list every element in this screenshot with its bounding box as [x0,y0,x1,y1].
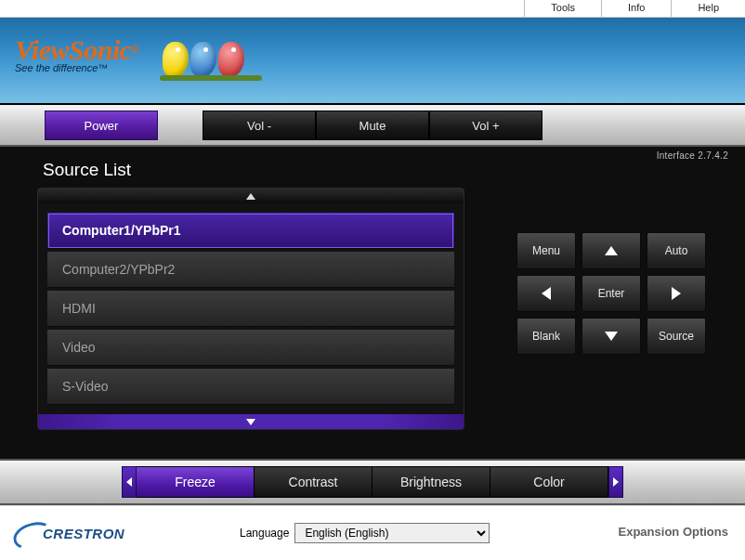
topmenu-help[interactable]: Help [671,0,745,17]
brand-name: ViewSonic [15,34,132,65]
nav-right-button[interactable] [647,275,706,312]
source-item-svideo[interactable]: S-Video [47,369,454,405]
viewsonic-logo: ViewSonic® See the difference™ [15,34,139,73]
branch-decoration [160,75,262,81]
volume-up-button[interactable]: Vol + [429,111,542,140]
top-menubar: Tools Info Help [0,0,745,18]
source-item-hdmi[interactable]: HDMI [47,291,454,327]
source-item-video[interactable]: Video [47,330,454,366]
arrow-up-icon [603,244,620,257]
birds-icon [163,42,244,77]
tab-freeze[interactable]: Freeze [137,466,255,498]
topmenu-info[interactable]: Info [601,0,671,17]
arrow-right-icon [670,285,683,302]
source-list-title: Source List [43,160,708,180]
power-button[interactable]: Power [45,111,158,140]
chevron-left-icon [125,476,133,488]
language-label: Language [240,527,289,540]
svg-marker-5 [605,332,618,341]
registered-mark: ® [132,44,140,57]
source-item-computer1[interactable]: Computer1/YPbPr1 [47,213,454,249]
tab-color[interactable]: Color [490,466,608,498]
bottom-tab-strip: Freeze Contrast Brightness Color [0,459,745,505]
source-scroll-down[interactable] [38,414,464,429]
chevron-right-icon [612,476,620,488]
source-item-computer2[interactable]: Computer2/YPbPr2 [47,252,454,288]
tab-scroll-left[interactable] [122,466,137,498]
crestron-swirl-icon [13,523,48,543]
svg-marker-3 [542,287,551,300]
chevron-down-icon [245,418,256,426]
nav-up-button[interactable] [582,232,641,269]
tab-brightness[interactable]: Brightness [372,466,490,498]
svg-marker-6 [126,477,132,487]
tab-scroll-right[interactable] [608,466,623,498]
source-scroll-up[interactable] [38,189,464,203]
arrow-left-icon [540,285,553,302]
expansion-options-link[interactable]: Expansion Options [619,525,728,539]
nav-left-button[interactable] [516,275,576,312]
svg-marker-2 [605,246,618,255]
source-button[interactable]: Source [647,318,706,355]
enter-button[interactable]: Enter [582,275,641,312]
svg-marker-1 [246,419,255,425]
menu-button[interactable]: Menu [516,232,576,269]
blank-button[interactable]: Blank [516,318,576,355]
crestron-text: CRESTRON [43,526,124,541]
control-bar: Power Vol - Mute Vol + [0,105,745,147]
header-banner: ViewSonic® See the difference™ [0,18,745,105]
source-list: Computer1/YPbPr1 Computer2/YPbPr2 HDMI V… [38,203,464,414]
mute-button[interactable]: Mute [316,111,429,140]
navigation-pad: Menu Auto Enter Blank Source [516,232,706,355]
chevron-up-icon [245,192,256,201]
arrow-down-icon [603,330,620,343]
nav-down-button[interactable] [582,318,641,355]
svg-marker-7 [613,477,619,487]
svg-marker-4 [672,287,681,300]
svg-marker-0 [246,193,255,200]
footer: CRESTRON Language English (English) Expa… [0,505,745,560]
tab-contrast[interactable]: Contrast [255,466,372,498]
language-select[interactable]: English (English) [294,523,490,543]
source-list-panel: Computer1/YPbPr1 Computer2/YPbPr2 HDMI V… [37,188,464,430]
crestron-logo[interactable]: CRESTRON [13,523,124,543]
interface-version-label: Interface 2.7.4.2 [657,150,728,161]
auto-button[interactable]: Auto [647,232,706,269]
volume-down-button[interactable]: Vol - [203,111,316,140]
topmenu-tools[interactable]: Tools [524,0,601,17]
main-panel: Interface 2.7.4.2 Source List Computer1/… [0,147,745,459]
